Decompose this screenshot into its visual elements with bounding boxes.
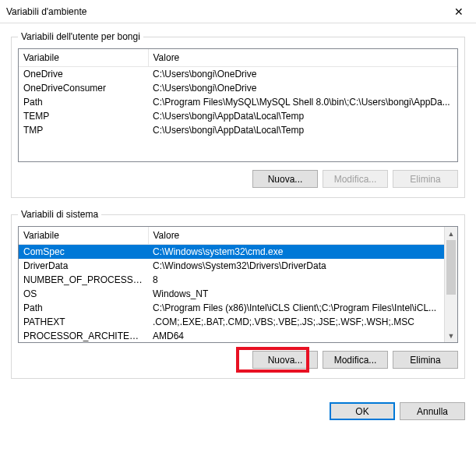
titlebar: Variabili d'ambiente ✕ (0, 0, 476, 23)
cell-value: C:\Program Files (x86)\Intel\iCLS Client… (148, 301, 457, 315)
user-variables-group: Variabili dell'utente per bongi Variabil… (11, 31, 465, 198)
cell-value: AMD64 (148, 329, 457, 343)
user-edit-button[interactable]: Modifica... (323, 170, 388, 188)
cell-value: C:\Users\bongi\AppData\Local\Temp (148, 109, 457, 123)
system-col-variable[interactable]: Variabile (19, 227, 148, 245)
cell-variable: TEMP (19, 109, 148, 123)
system-edit-button[interactable]: Modifica... (323, 351, 388, 369)
scroll-up-icon[interactable]: ▲ (445, 227, 457, 240)
cell-value: 8 (148, 273, 457, 287)
table-row[interactable]: PathC:\Program Files\MySQL\MySQL Shell 8… (19, 95, 457, 109)
system-delete-button[interactable]: Elimina (393, 351, 458, 369)
system-new-button[interactable]: Nuova... (252, 351, 318, 369)
cell-variable: OS (19, 287, 148, 301)
cell-value: C:\Program Files\MySQL\MySQL Shell 8.0\b… (148, 95, 457, 109)
user-col-value[interactable]: Valore (148, 49, 457, 67)
table-row[interactable]: TMPC:\Users\bongi\AppData\Local\Temp (19, 123, 457, 137)
system-variables-table[interactable]: Variabile Valore ComSpecC:\Windows\syste… (19, 227, 457, 343)
ok-button[interactable]: OK (330, 402, 395, 420)
cell-variable: OneDrive (19, 67, 148, 82)
cell-value: .COM;.EXE;.BAT;.CMD;.VBS;.VBE;.JS;.JSE;.… (148, 315, 457, 329)
close-icon: ✕ (454, 5, 464, 18)
cell-variable: NUMBER_OF_PROCESSORS (19, 273, 148, 287)
system-variables-legend: Variabili di sistema (18, 209, 101, 220)
user-variables-table[interactable]: Variabile Valore OneDriveC:\Users\bongi\… (19, 49, 457, 137)
user-new-button[interactable]: Nuova... (252, 170, 318, 188)
cell-value: C:\Users\bongi\OneDrive (148, 67, 457, 82)
cell-value: C:\Windows\system32\cmd.exe (148, 245, 457, 260)
table-row[interactable]: OneDriveC:\Users\bongi\OneDrive (19, 67, 457, 82)
scroll-track[interactable] (445, 240, 457, 329)
table-row[interactable]: NUMBER_OF_PROCESSORS8 (19, 273, 457, 287)
window-title: Variabili d'ambiente (6, 6, 441, 17)
scroll-thumb[interactable] (446, 240, 456, 295)
table-row[interactable]: ComSpecC:\Windows\system32\cmd.exe (19, 245, 457, 260)
cell-variable: ComSpec (19, 245, 148, 260)
cell-value: C:\Users\bongi\AppData\Local\Temp (148, 123, 457, 137)
user-delete-button[interactable]: Elimina (393, 170, 458, 188)
table-row[interactable]: DriverDataC:\Windows\System32\Drivers\Dr… (19, 259, 457, 273)
user-variables-table-wrap: Variabile Valore OneDriveC:\Users\bongi\… (18, 48, 458, 162)
cell-variable: OneDriveConsumer (19, 81, 148, 95)
system-col-value[interactable]: Valore (148, 227, 457, 245)
dialog-footer: OK Annulla (0, 398, 476, 420)
cell-variable: PROCESSOR_ARCHITECTURE (19, 329, 148, 343)
close-button[interactable]: ✕ (441, 0, 476, 23)
cell-variable: DriverData (19, 259, 148, 273)
cell-variable: PATHEXT (19, 315, 148, 329)
table-row[interactable]: TEMPC:\Users\bongi\AppData\Local\Temp (19, 109, 457, 123)
user-col-variable[interactable]: Variabile (19, 49, 148, 67)
table-row[interactable]: OSWindows_NT (19, 287, 457, 301)
table-row[interactable]: PATHEXT.COM;.EXE;.BAT;.CMD;.VBS;.VBE;.JS… (19, 315, 457, 329)
system-scrollbar[interactable]: ▲ ▼ (444, 227, 457, 342)
system-variables-table-wrap: Variabile Valore ComSpecC:\Windows\syste… (18, 226, 458, 343)
cell-value: C:\Users\bongi\OneDrive (148, 81, 457, 95)
cell-value: Windows_NT (148, 287, 457, 301)
cell-value: C:\Windows\System32\Drivers\DriverData (148, 259, 457, 273)
table-row[interactable]: PathC:\Program Files (x86)\Intel\iCLS Cl… (19, 301, 457, 315)
cell-variable: TMP (19, 123, 148, 137)
cancel-button[interactable]: Annulla (400, 402, 465, 420)
cell-variable: Path (19, 301, 148, 315)
table-row[interactable]: OneDriveConsumerC:\Users\bongi\OneDrive (19, 81, 457, 95)
cell-variable: Path (19, 95, 148, 109)
system-variables-group: Variabili di sistema Variabile Valore Co… (11, 209, 465, 379)
user-variables-legend: Variabili dell'utente per bongi (18, 31, 143, 42)
table-row[interactable]: PROCESSOR_ARCHITECTUREAMD64 (19, 329, 457, 343)
scroll-down-icon[interactable]: ▼ (445, 329, 457, 342)
